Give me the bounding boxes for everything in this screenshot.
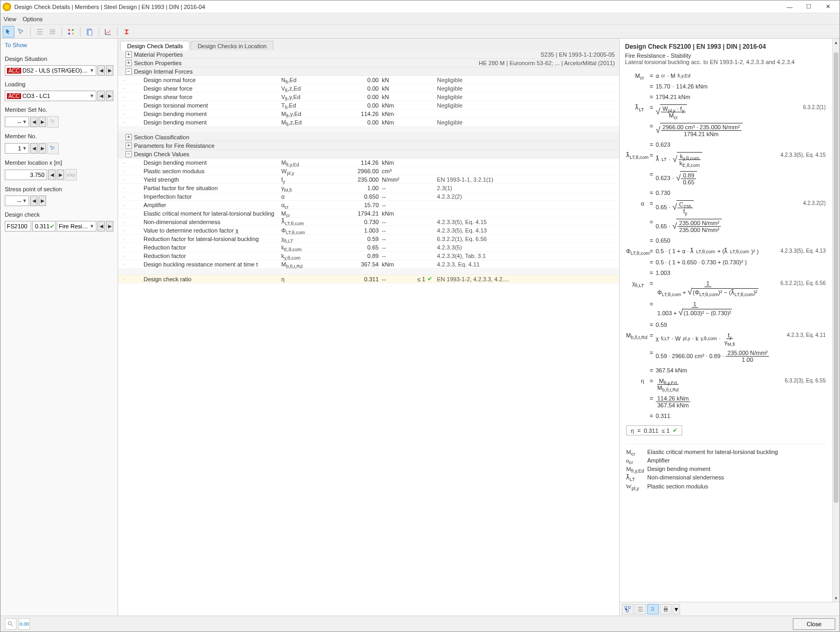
table-row[interactable]: Elastic critical moment for lateral-tors… [118, 209, 619, 218]
print-dropdown-icon[interactable]: ▼ [673, 604, 680, 615]
collapse-icon[interactable]: − [126, 151, 132, 157]
table-row[interactable]: Design bending moment Mfi,y,Ed 114.26 kN… [118, 110, 619, 118]
table-row[interactable]: Amplifier αcr 15.70 -- [118, 201, 619, 209]
legend-row: McrElastic critical moment for lateral-t… [626, 449, 826, 455]
design-check-ratio: 0.311✔ [32, 221, 56, 232]
section-classification[interactable]: + Section Classification [118, 133, 619, 141]
table-row[interactable]: Design normal force Nfi,Ed 0.00 kN Negli… [118, 76, 619, 84]
table-row[interactable]: Reduction factor for lateral-torsional b… [118, 235, 619, 243]
formula-toolbar: ▼ [620, 602, 839, 616]
legend-row: αcrAmplifier [626, 457, 826, 464]
table-row[interactable]: Design buckling resistance moment at tim… [118, 260, 619, 269]
table-row[interactable]: Reduction factor ky,θ,com 0.89 -- 4.2.3.… [118, 252, 619, 260]
pick-member-icon[interactable] [47, 143, 59, 154]
chevron-down-icon: ▼ [22, 119, 27, 124]
table-row[interactable]: Partial factor for fire situation γM,fi … [118, 184, 619, 192]
sidebar-heading[interactable]: To Show [5, 42, 113, 48]
docs-icon[interactable] [84, 26, 95, 38]
table-row[interactable]: Plastic section modulus Wpl,y 2966.00 cm… [118, 167, 619, 175]
tree-view-icon[interactable] [622, 604, 633, 615]
select-tool-icon[interactable] [15, 26, 27, 38]
menu-view[interactable]: View [4, 16, 16, 22]
member-no-select[interactable]: 1 ▼ [5, 143, 29, 154]
svg-rect-14 [665, 610, 667, 611]
section-material[interactable]: + Material Properties S235 | EN 1993-1-1… [118, 50, 619, 59]
svg-rect-10 [629, 606, 631, 608]
maximize-button[interactable]: ☐ [799, 1, 818, 13]
center-panel: Design Check Details Design Checks in Lo… [118, 39, 620, 616]
chevron-down-icon: ▼ [90, 93, 94, 99]
table-row[interactable]: Value to determine reduction factor χ ΦL… [118, 226, 619, 235]
prev-design-check[interactable]: ◀ [97, 221, 105, 232]
formula-view-icon[interactable] [647, 604, 659, 615]
next-member-no[interactable]: ▶ [39, 143, 46, 154]
member-loc-input[interactable] [5, 170, 47, 180]
scrollbar[interactable]: ▲ ▼ [832, 39, 839, 602]
section-sectionprops[interactable]: + Section Properties HE 280 M | Euronorm… [118, 59, 619, 67]
scrollbar-thumb[interactable] [834, 52, 838, 503]
print-icon[interactable] [660, 604, 672, 615]
tree[interactable]: + Material Properties S235 | EN 1993-1-1… [118, 50, 619, 616]
chart-icon[interactable] [102, 26, 114, 38]
expand-icon[interactable]: + [126, 143, 132, 149]
list-icon[interactable] [34, 26, 46, 38]
minimize-button[interactable]: — [780, 1, 799, 13]
section-check-values[interactable]: − Design Check Values [118, 150, 619, 158]
table-row[interactable]: Design bending moment Mfi,y,Ed 114.26 kN… [118, 158, 619, 167]
footer: 0.00 Close [1, 616, 839, 631]
loading-select[interactable]: ACC CO3 - LC1 ▼ [5, 91, 96, 101]
prev-member-set[interactable]: ◀ [30, 117, 38, 127]
collapse-icon[interactable]: − [126, 68, 132, 75]
table-row[interactable]: Yield strength fy 235.000 N/mm² EN 1993-… [118, 175, 619, 184]
section-icon[interactable] [121, 26, 132, 38]
next-loading[interactable]: ▶ [106, 91, 113, 101]
pick-member-set-icon[interactable] [47, 116, 59, 128]
expand-icon[interactable]: + [126, 51, 132, 58]
member-set-select[interactable]: -- ▼ [5, 117, 29, 127]
nodes-icon[interactable] [65, 26, 77, 38]
design-situation-select[interactable]: ACC DS2 - ULS (STR/GEO) - Accident... ▼ [5, 65, 96, 76]
close-window-button[interactable]: ✕ [818, 1, 837, 13]
next-stress-point[interactable]: ▶ [39, 195, 46, 206]
close-button[interactable]: Close [793, 618, 835, 630]
prev-stress-point[interactable]: ◀ [30, 195, 38, 206]
menu-options[interactable]: Options [23, 16, 43, 22]
tab-location[interactable]: Design Checks in Location [191, 41, 273, 50]
tab-details[interactable]: Design Check Details [120, 41, 190, 50]
next-member-loc[interactable]: ▶ [57, 170, 64, 180]
section-fire-params[interactable]: + Parameters for Fire Resistance [118, 141, 619, 150]
design-check-label: Design check [5, 211, 113, 218]
expand-icon[interactable]: + [126, 134, 132, 140]
section-internal-forces[interactable]: − Design Internal Forces [118, 67, 619, 76]
list-view-icon[interactable] [635, 604, 646, 615]
table-row[interactable]: Reduction factor kE,θ,com 0.65 -- 4.2.3.… [118, 243, 619, 252]
prev-member-loc[interactable]: ◀ [48, 170, 56, 180]
cursor-tool-icon[interactable] [3, 26, 14, 38]
table-row[interactable]: Imperfection factor α 0.650 -- 4.2.3.2(2… [118, 192, 619, 201]
units-icon[interactable]: 0.00 [19, 618, 30, 630]
table-row[interactable]: Non-dimensional slenderness λ̄LT,θ,com 0… [118, 218, 619, 226]
table-row[interactable]: Design shear force Vfi,y,Ed 0.00 kN Negl… [118, 93, 619, 101]
next-design-check[interactable]: ▶ [106, 221, 113, 232]
formula-area[interactable]: Mcr= αcr · Mfi,y,Ed = 15.70 · 114.26 kNm… [620, 67, 832, 602]
svg-point-4 [72, 29, 74, 31]
chevron-down-icon: ▼ [90, 224, 94, 229]
eta-result-box: η= 0.311 ≤ 1 ✔ [626, 425, 682, 435]
prev-member-no[interactable]: ◀ [30, 143, 38, 154]
table-row[interactable]: Design bending moment Mfi,z,Ed 0.00 kNm … [118, 118, 619, 127]
search-icon[interactable] [5, 618, 16, 630]
expand-icon[interactable]: + [126, 60, 132, 66]
list2-icon[interactable] [47, 26, 58, 38]
table-row[interactable]: Design shear force Vfi,z,Ed 0.00 kN Negl… [118, 84, 619, 93]
prev-design-situation[interactable]: ◀ [97, 65, 105, 76]
svg-point-5 [68, 32, 70, 34]
next-member-set[interactable]: ▶ [39, 117, 46, 127]
legend-row: Wpl,yPlastic section modulus [626, 483, 826, 489]
design-check-select[interactable]: Fire Resistanc... ▼ [57, 221, 96, 232]
ratio-row[interactable]: Design check ratio η 0.311 -- ≤ 1 ✔ EN 1… [118, 275, 619, 283]
next-design-situation[interactable]: ▶ [106, 65, 113, 76]
table-row[interactable]: Design torsional moment Tfi,Ed 0.00 kNm … [118, 101, 619, 110]
prev-loading[interactable]: ◀ [97, 91, 105, 101]
xy-icon[interactable]: x/xp [65, 169, 77, 181]
stress-point-select[interactable]: -- ▼ [5, 195, 29, 206]
